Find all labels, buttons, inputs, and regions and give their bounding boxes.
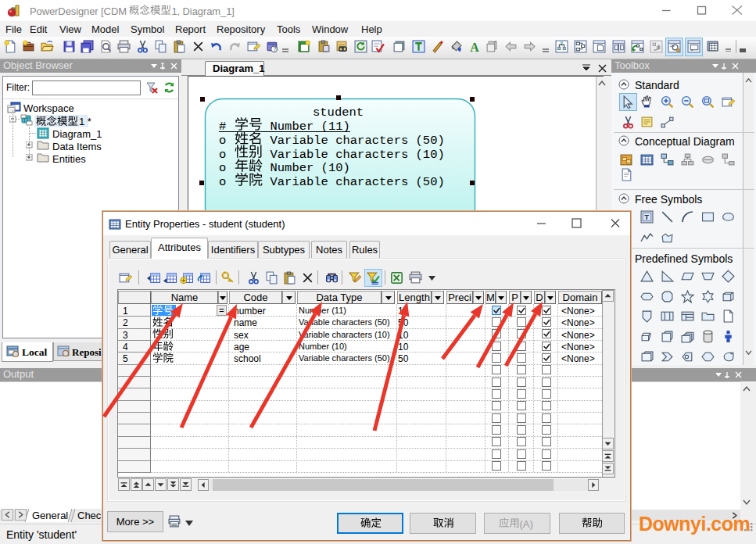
svg-text:T: T — [644, 213, 649, 221]
svg-text:A: A — [470, 41, 479, 53]
svg-text:?: ? — [273, 45, 276, 52]
